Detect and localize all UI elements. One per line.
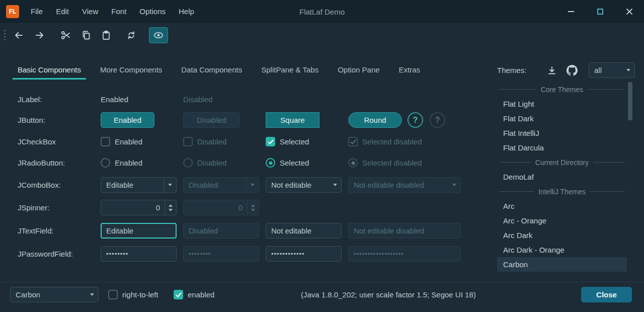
textfield-not-editable[interactable]: Not editable [266, 223, 342, 239]
checkbox-selected[interactable]: Selected [266, 134, 309, 149]
menu-file[interactable]: File [24, 0, 49, 23]
row-jspinner: JSpinner: 0 0 [0, 200, 486, 215]
chevron-down-icon [246, 178, 259, 192]
theme-item-flat-dark[interactable]: Flat Dark [497, 111, 627, 126]
cut-icon [60, 30, 71, 41]
app-window: FL File Edit View Font Options Help Flat… [0, 0, 644, 312]
minimize-button[interactable] [556, 0, 586, 23]
tab-data-components[interactable]: Data Components [172, 58, 252, 81]
menu-edit[interactable]: Edit [49, 0, 75, 23]
theme-section-header: IntelliJ Themes [497, 184, 627, 199]
menu-font[interactable]: Font [105, 0, 133, 23]
theme-item-flat-light[interactable]: Flat Light [497, 97, 627, 111]
themes-scrollbar-thumb[interactable] [628, 82, 632, 120]
radio-enabled[interactable]: Enabled [101, 155, 142, 171]
show-hover-effects-toggle[interactable] [149, 27, 168, 43]
help-button[interactable]: ? [408, 112, 423, 128]
forward-button[interactable] [30, 27, 49, 43]
tab-more-components[interactable]: More Components [91, 58, 172, 81]
tab-splitpane-tabs[interactable]: SplitPane & Tabs [252, 58, 328, 81]
themes-label: Themes: [497, 62, 526, 78]
checkbox-label: Selected [280, 137, 309, 146]
passwordfield-disabled[interactable]: •••••••• [183, 246, 259, 262]
disabled-button[interactable]: Disabled [183, 112, 240, 128]
checkbox-enabled[interactable]: Enabled [101, 134, 142, 149]
round-button[interactable]: Round [348, 112, 402, 128]
spinner-disabled[interactable]: 0 [183, 200, 259, 215]
download-icon [546, 65, 557, 76]
rtl-checkbox-label: right-to-left [122, 290, 158, 299]
checkbox-disabled[interactable]: Disabled [183, 134, 226, 149]
checkbox-checked-icon [174, 290, 183, 299]
textfield-editable[interactable]: Editable [101, 223, 177, 239]
jpassword-row-label: JPasswordField: [18, 246, 73, 262]
spinner-down-icon [251, 209, 255, 211]
window-title: FlatLaf Demo [299, 8, 345, 16]
theme-item-arc-dark[interactable]: Arc Dark [497, 228, 627, 243]
refresh-button[interactable] [122, 27, 141, 43]
menu-view[interactable]: View [75, 0, 105, 23]
textfield-not-editable-disabled[interactable]: Not editable disabled [348, 223, 461, 239]
theme-item-arc[interactable]: Arc [497, 199, 627, 213]
row-jcheckbox: JCheckBox Enabled Disabled Selected Sele… [0, 134, 486, 149]
square-button[interactable]: Square [266, 112, 319, 128]
copy-button[interactable] [76, 27, 96, 43]
refresh-icon [126, 30, 137, 41]
theme-item-carbon[interactable]: Carbon [497, 257, 627, 272]
textfield-disabled[interactable]: Disabled [183, 223, 259, 239]
radio-icon [101, 158, 110, 168]
help-button-disabled[interactable]: ? [430, 112, 445, 128]
combobox-not-editable[interactable]: Not editable [266, 177, 342, 193]
github-button[interactable] [564, 62, 581, 78]
spinner-value: 0 [184, 203, 247, 212]
theme-item-flat-intellij[interactable]: Flat IntelliJ [497, 126, 627, 140]
github-icon [567, 65, 578, 76]
tab-basic-components[interactable]: Basic Components [8, 58, 91, 81]
checkbox-selected-disabled[interactable]: Selected disabled [348, 134, 422, 149]
paste-button[interactable] [97, 27, 116, 43]
radio-disabled[interactable]: Disabled [183, 155, 226, 171]
maximize-icon [595, 6, 606, 17]
tab-extras[interactable]: Extras [389, 58, 430, 81]
enabled-button[interactable]: Enabled [101, 112, 154, 128]
themes-scrollbar[interactable] [628, 82, 632, 272]
combobox-disabled[interactable]: Disabled [183, 177, 259, 193]
rtl-checkbox[interactable]: right-to-left [108, 287, 158, 302]
enabled-checkbox[interactable]: enabled [174, 287, 214, 302]
download-themes-button[interactable] [543, 62, 560, 78]
combobox-editable[interactable]: Editable [101, 177, 177, 193]
chevron-down-icon [86, 287, 98, 302]
theme-item-arc-orange[interactable]: Arc - Orange [497, 213, 627, 228]
radio-selected-disabled[interactable]: Selected disabled [348, 155, 422, 171]
radio-label: Selected [280, 159, 309, 167]
jlabel-disabled: Disabled [183, 92, 212, 107]
combobox-value: Editable [101, 181, 164, 189]
combobox-not-editable-disabled[interactable]: Not editable disabled [348, 177, 461, 193]
copy-icon [80, 30, 92, 41]
maximize-button[interactable] [586, 0, 615, 23]
statusbar-separator [0, 282, 644, 282]
radio-selected[interactable]: Selected [266, 155, 309, 171]
themes-filter-combobox[interactable]: all [589, 62, 635, 78]
spinner-enabled[interactable]: 0 [101, 200, 177, 215]
tab-option-pane[interactable]: Option Pane [328, 58, 389, 81]
spinner-arrows[interactable] [165, 200, 176, 215]
close-button[interactable]: Close [581, 287, 632, 302]
menu-help[interactable]: Help [172, 0, 201, 23]
back-button[interactable] [9, 27, 28, 43]
close-window-button[interactable] [615, 0, 644, 23]
theme-item-demolaf[interactable]: DemoLaf [497, 170, 627, 184]
cut-button[interactable] [56, 27, 75, 43]
close-icon [624, 6, 635, 17]
passwordfield-enabled[interactable]: •••••••• [101, 246, 177, 262]
radio-label: Enabled [115, 159, 142, 167]
passwordfield-not-editable[interactable]: •••••••••••• [266, 246, 342, 262]
toolbar-grip[interactable] [4, 30, 6, 41]
menu-options[interactable]: Options [133, 0, 172, 23]
statusbar-theme-combobox[interactable]: Carbon [10, 287, 99, 302]
spinner-arrows[interactable] [247, 200, 259, 215]
theme-item-arc-dark-orange[interactable]: Arc Dark - Orange [497, 243, 627, 257]
window-controls [556, 0, 644, 23]
theme-item-flat-darcula[interactable]: Flat Darcula [497, 140, 627, 155]
passwordfield-not-editable-disabled[interactable]: •••••••••••••••••• [348, 246, 461, 262]
